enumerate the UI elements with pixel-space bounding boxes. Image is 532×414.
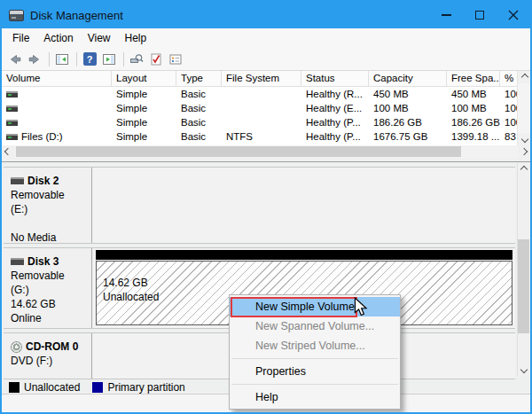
cell-free-space: 100 MB [447,103,500,113]
cell-free-space: 450 MB [447,89,500,99]
close-button[interactable] [497,2,530,28]
table-row[interactable]: Simple Basic Healthy (P... 186.26 GB 186… [2,115,530,129]
chevron-up-icon [520,166,528,173]
disk-2-block: Disk 2 Removable (E:) No Media [4,167,515,244]
disk-type: Removable (G:) [11,269,84,297]
disk-2-label-panel[interactable]: Disk 2 Removable (E:) No Media [4,168,92,243]
cell-free-space: 186.26 GB [447,117,500,128]
cell-capacity: 450 MB [369,89,447,99]
cell-capacity: 186.26 GB [369,117,447,128]
column-header-status[interactable]: Status [301,71,369,86]
table-row[interactable]: Simple Basic Healthy (E... 100 MB 100 MB… [2,101,530,115]
cell-file-system: NTFS [222,131,301,142]
disk-type: DVD (F:) [11,354,84,368]
menu-view[interactable]: View [81,29,118,47]
column-header-file-system[interactable]: File System [222,71,301,86]
menu-item-properties[interactable]: Properties [230,362,400,381]
vertical-scroll-thumb[interactable] [518,239,529,333]
properties-icon[interactable] [167,51,184,67]
column-header-volume[interactable]: Volume [2,71,112,86]
primary-partition-swatch [92,382,103,393]
forward-icon[interactable] [26,51,43,67]
menu-separator [231,358,398,359]
help-icon[interactable]: ? [81,51,98,67]
volume-list-vertical-scrollbar[interactable] [517,71,530,145]
cell-type: Basic [176,89,222,99]
window-title: Disk Management [30,9,123,22]
disk-size: 14.62 GB [11,297,84,311]
volume-name: Files (D:) [21,131,63,142]
minimize-button[interactable] [429,2,463,28]
cd-icon [11,341,22,353]
title-bar: Disk Management [2,2,530,28]
menu-item-new-spanned-volume: New Spanned Volume... [230,316,400,336]
toolbar-separator [76,52,77,66]
cell-status: Healthy (E... [301,103,369,113]
back-icon[interactable] [6,51,24,67]
scroll-left-button[interactable] [2,145,14,158]
column-header-capacity[interactable]: Capacity [369,71,447,86]
toolbar: ? [2,48,530,71]
legend-label-primary-partition: Primary partition [107,381,184,394]
cell-layout: Simple [112,89,176,99]
scroll-right-button[interactable] [518,145,530,158]
disk-2-region[interactable] [93,168,515,243]
scroll-down-button[interactable] [518,363,530,376]
volume-list-header: Volume Layout Type File System Status Ca… [2,71,530,87]
scroll-down-button[interactable] [518,133,531,145]
cell-capacity: 100 MB [369,103,447,113]
cell-type: Basic [176,117,222,128]
disk-management-window: Disk Management File Action View Help ? [0,0,532,414]
app-disk-icon [9,10,24,21]
chevron-up-icon [520,74,528,81]
disk-name: Disk 3 [27,254,59,269]
volume-list: Volume Layout Type File System Status Ca… [2,71,530,158]
cell-status: Healthy (P... [301,131,369,142]
column-header-free-space[interactable]: Free Spa... [447,71,500,86]
volume-icon [6,120,18,126]
cell-capacity: 1676.75 GB [369,131,447,142]
maximize-button[interactable] [463,2,497,28]
menu-file[interactable]: File [5,29,36,47]
volume-list-horizontal-scrollbar[interactable] [2,145,530,158]
disk-3-label-panel[interactable]: Disk 3 Removable (G:) 14.62 GB Online [4,248,92,328]
column-header-layout[interactable]: Layout [112,71,176,86]
disk-pane-vertical-scrollbar[interactable] [517,163,530,376]
cell-free-space: 1399.18 ... [447,131,500,142]
table-row[interactable]: Files (D:) Simple Basic NTFS Healthy (P.… [2,129,530,144]
menu-separator [231,384,398,385]
cdrom-0-label-panel[interactable]: CD-ROM 0 DVD (F:) [4,333,92,379]
chevron-right-icon [520,148,528,155]
menu-bar: File Action View Help [2,28,530,48]
disk-status: Online [11,311,84,325]
horizontal-scroll-thumb[interactable] [16,146,461,157]
context-menu: New Simple Volume... New Spanned Volume.… [229,294,401,410]
chevron-down-icon [520,366,528,373]
menu-action[interactable]: Action [36,29,80,47]
toolbar-separator [123,52,124,66]
menu-help[interactable]: Help [118,29,154,47]
scroll-up-button[interactable] [518,163,530,176]
column-header-type[interactable]: Type [176,71,222,86]
disk-name: CD-ROM 0 [26,340,78,354]
mouse-cursor-icon [354,297,368,318]
cell-type: Basic [176,103,222,113]
volume-icon [6,105,18,112]
window-controls [429,2,530,28]
cell-layout: Simple [112,117,176,128]
legend-label-unallocated: Unallocated [24,381,80,394]
menu-item-new-simple-volume[interactable]: New Simple Volume... [230,297,400,316]
show-console-tree-icon[interactable] [53,51,71,67]
cell-type: Basic [176,131,222,142]
mark-partition-active-icon[interactable] [147,51,165,67]
volume-icon [6,134,18,140]
disk-icon [11,258,24,265]
refresh-disks-icon[interactable] [128,51,145,67]
region-label: Unallocated [103,290,159,304]
menu-item-help[interactable]: Help [230,387,400,407]
table-row[interactable]: Simple Basic Healthy (R... 450 MB 450 MB… [2,87,530,101]
scroll-up-button[interactable] [518,71,531,83]
disk-icon [11,177,24,184]
disk-status: No Media [11,230,84,245]
show-action-pane-icon[interactable] [100,51,118,67]
